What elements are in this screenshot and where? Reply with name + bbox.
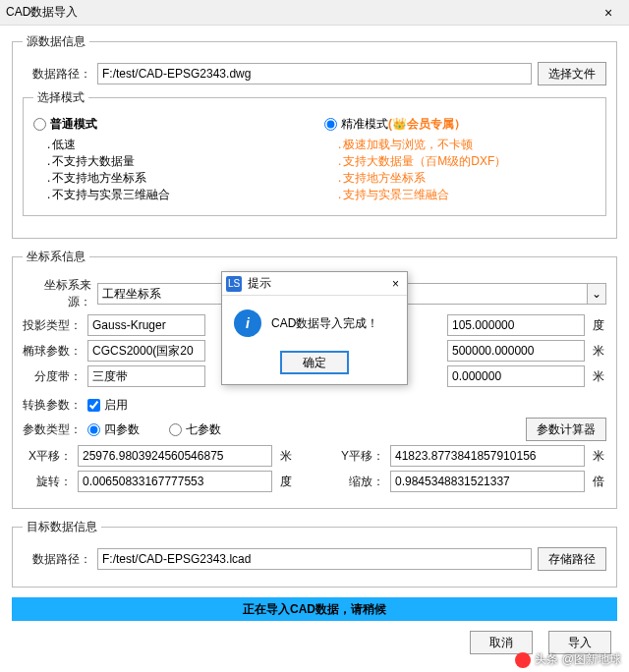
source-group: 源数据信息 数据路径： 选择文件 选择模式 普通模式 低速 不支持大数据量 不支…: [12, 33, 617, 239]
unit-times: 倍: [591, 474, 606, 490]
ellip-right-input[interactable]: [447, 340, 585, 362]
ellip-input[interactable]: [87, 340, 205, 362]
modal-ok-button[interactable]: 确定: [280, 351, 349, 374]
target-path-input[interactable]: [97, 548, 532, 570]
modal-close-icon[interactable]: ×: [388, 277, 403, 291]
ellip-label: 椭球参数：: [23, 343, 82, 360]
conv-label: 转换参数：: [23, 397, 82, 414]
mode-precise-list: 极速加载与浏览，不卡顿 支持大数据量（百M级的DXF） 支持地方坐标系 支持与实…: [324, 137, 596, 203]
paramtype-label: 参数类型：: [23, 421, 82, 438]
scale-input[interactable]: [390, 471, 585, 492]
target-group: 目标数据信息 数据路径： 存储路径: [12, 519, 617, 588]
paramtype-4-radio[interactable]: 四参数: [87, 421, 140, 438]
zone-input[interactable]: [87, 365, 205, 387]
scale-label: 缩放：: [335, 474, 384, 490]
cs-legend: 坐标系信息: [23, 249, 89, 265]
source-path-label: 数据路径：: [23, 66, 91, 83]
xshift-label: X平移：: [23, 448, 72, 465]
info-modal: LS 提示 × i CAD数据导入完成！ 确定: [221, 271, 408, 385]
save-path-button[interactable]: 存储路径: [538, 547, 606, 571]
info-icon: i: [234, 309, 261, 337]
watermark-text: 头条 @图新地球: [535, 651, 621, 668]
unit-m2: 米: [591, 368, 606, 385]
zone-right-input[interactable]: [447, 365, 585, 387]
source-path-input[interactable]: [97, 63, 532, 84]
source-legend: 源数据信息: [23, 33, 89, 50]
rot-label: 旋转：: [23, 474, 72, 490]
mode-legend: 选择模式: [33, 89, 88, 106]
unit-deg: 度: [591, 317, 606, 334]
mode-group: 选择模式 普通模式 低速 不支持大数据量 不支持地方坐标系 不支持与实景三维融合…: [23, 89, 606, 216]
watermark: 头条 @图新地球: [515, 651, 621, 668]
progress-text: 正在导入CAD数据，请稍候: [243, 601, 386, 618]
watermark-icon: [515, 652, 531, 668]
unit-deg2: 度: [278, 474, 294, 490]
proj-right-input[interactable]: [447, 314, 585, 336]
app-icon: LS: [226, 276, 242, 292]
paramtype-7-radio[interactable]: 七参数: [169, 421, 221, 438]
mode-precise-radio[interactable]: 精准模式(👑会员专属）: [324, 117, 466, 131]
yshift-input[interactable]: [390, 445, 585, 467]
chevron-down-icon[interactable]: ⌄: [587, 283, 606, 305]
close-icon[interactable]: ×: [594, 5, 623, 21]
target-path-label: 数据路径：: [23, 551, 91, 568]
rot-input[interactable]: [78, 471, 272, 492]
proj-input[interactable]: [87, 314, 205, 336]
window-title: CAD数据导入: [6, 4, 594, 21]
unit-m3: 米: [278, 448, 294, 465]
target-legend: 目标数据信息: [23, 519, 101, 535]
browse-file-button[interactable]: 选择文件: [538, 62, 606, 85]
modal-message: CAD数据导入完成！: [271, 315, 378, 332]
yshift-label: Y平移：: [335, 448, 384, 465]
unit-m4: 米: [591, 448, 606, 465]
titlebar: CAD数据导入 ×: [0, 0, 629, 26]
mode-normal-radio[interactable]: 普通模式: [33, 117, 97, 131]
xshift-input[interactable]: [78, 445, 272, 467]
progress-bar: 正在导入CAD数据，请稍候: [12, 597, 617, 621]
conv-enable-checkbox[interactable]: 启用: [87, 397, 128, 414]
zone-label: 分度带：: [23, 368, 82, 385]
mode-normal-list: 低速 不支持大数据量 不支持地方坐标系 不支持与实景三维融合: [33, 137, 305, 203]
cs-source-label: 坐标系来源：: [23, 277, 91, 310]
modal-title: 提示: [248, 275, 388, 292]
unit-m: 米: [591, 343, 606, 360]
param-calc-button[interactable]: 参数计算器: [526, 418, 606, 441]
proj-label: 投影类型：: [23, 317, 82, 334]
